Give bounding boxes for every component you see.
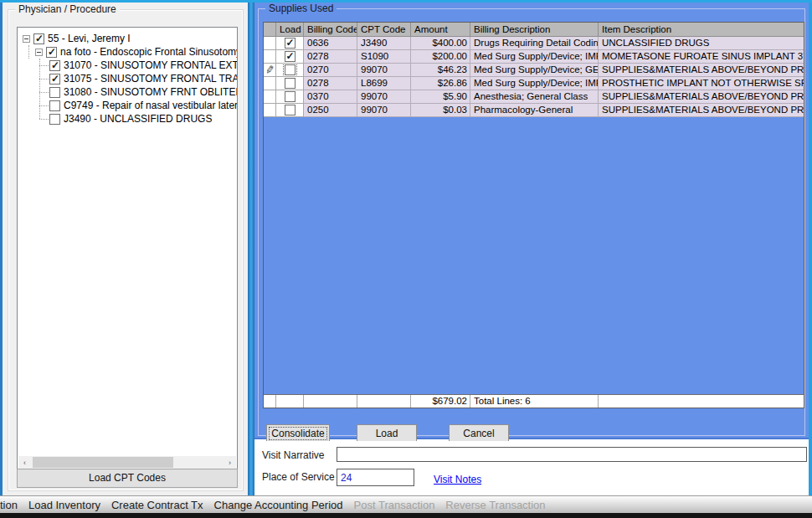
tree-item-label: 31070 - SINUSOTOMY FRONTAL EXTERN	[64, 59, 237, 71]
amount-cell[interactable]: $5.90	[411, 90, 470, 104]
visit-narrative-input[interactable]	[337, 447, 807, 462]
toolbar-item-load-inventory[interactable]: Load Inventory	[28, 499, 100, 511]
table-row[interactable]: 0636J3490$400.00Drugs Requiring Detail C…	[264, 37, 804, 50]
amount-cell[interactable]: $200.00	[411, 50, 470, 64]
tree-horizontal-scrollbar[interactable]: ‹ ›	[18, 456, 236, 469]
tree-item-cpt-4[interactable]: J3490 - UNCLASSIFIED DRUGS	[49, 112, 237, 126]
tree-item-cpt-1[interactable]: 31075 - SINUSOTOMY FRONTAL TRANSO	[49, 72, 237, 85]
billing-description-cell[interactable]: Med Surg Supply/Device; GEN	[470, 64, 599, 77]
grid-header-cpt-code[interactable]: CPT Code	[357, 23, 411, 37]
cpt-code-cell[interactable]: 99070	[357, 64, 411, 77]
scroll-left-icon[interactable]: ‹	[18, 456, 31, 469]
billing-description-cell[interactable]: Pharmacology-General	[470, 104, 599, 117]
tree-checkbox[interactable]	[33, 33, 44, 44]
tree-item-procedure[interactable]: na foto - Endoscopic Frontal Sinusotomy	[35, 45, 237, 59]
scroll-right-icon[interactable]: ›	[224, 456, 236, 469]
load-button[interactable]: Load	[357, 424, 417, 443]
billing-description-cell[interactable]: Anesthesia; General Class	[470, 90, 599, 104]
supplies-grid[interactable]: LoadBilling CodeCPT CodeAmountBilling De…	[263, 22, 804, 408]
amount-cell[interactable]: $0.03	[411, 104, 470, 117]
panel-divider	[248, 3, 254, 495]
tree-checkbox[interactable]	[49, 100, 60, 111]
row-selector-cell[interactable]	[264, 50, 276, 64]
load-checkbox[interactable]	[285, 64, 296, 75]
row-selector-cell[interactable]	[264, 37, 276, 50]
load-checkbox[interactable]	[285, 105, 296, 115]
item-description-cell[interactable]: UNCLASSIFIED DRUGS	[599, 37, 804, 50]
grid-header-billing-code[interactable]: Billing Code	[304, 23, 357, 37]
consolidate-button[interactable]: Consolidate	[266, 424, 330, 443]
load-checkbox[interactable]	[285, 78, 296, 89]
table-row[interactable]: 037099070$5.90Anesthesia; General ClassS…	[264, 90, 804, 104]
toolbar-item-create-contract-tx[interactable]: Create Contract Tx	[111, 499, 203, 511]
load-checkbox[interactable]	[285, 51, 296, 62]
tree-item-cpt-2[interactable]: 31080 - SINUSOTOMY FRNT OBLITERATI'	[49, 85, 237, 99]
grid-header-billing-description[interactable]: Billing Description	[470, 23, 599, 37]
billing-description-cell[interactable]: Drugs Requiring Detail Coding	[470, 37, 599, 50]
load-checkbox-cell[interactable]	[276, 77, 304, 90]
table-row[interactable]: 0278S1090$200.00Med Surg Supply/Device; …	[264, 50, 804, 64]
tree-checkbox[interactable]	[49, 74, 60, 85]
row-selector-cell[interactable]	[264, 77, 276, 90]
amount-cell[interactable]: $400.00	[411, 37, 470, 50]
table-row[interactable]: ✎027099070$46.23Med Surg Supply/Device; …	[264, 64, 804, 77]
tree-checkbox[interactable]	[46, 47, 57, 58]
load-checkbox-cell[interactable]	[276, 90, 304, 104]
load-checkbox-cell[interactable]	[276, 37, 304, 50]
tree-expander-icon[interactable]	[35, 49, 43, 56]
grid-header-item-description[interactable]: Item Description	[599, 23, 804, 37]
place-of-service-label: Place of Service	[262, 471, 335, 483]
tree-item-physician[interactable]: 55 - Levi, Jeremy I	[23, 32, 237, 45]
billing-description-cell[interactable]: Med Surg Supply/Device; IMP	[470, 50, 599, 64]
load-checkbox-cell[interactable]	[276, 50, 304, 64]
tree-connector-line	[39, 119, 49, 120]
grid-header-amount[interactable]: Amount	[411, 23, 470, 37]
billing-code-cell[interactable]: 0278	[304, 77, 357, 90]
toolbar-item-change-accounting-period[interactable]: Change Accounting Period	[214, 499, 343, 511]
procedure-tree[interactable]: 55 - Levi, Jeremy Ina foto - Endoscopic …	[17, 27, 238, 470]
cpt-code-cell[interactable]: S1090	[357, 50, 411, 64]
row-selector-cell[interactable]	[264, 104, 276, 117]
billing-code-cell[interactable]: 0270	[304, 64, 357, 77]
cpt-code-cell[interactable]: 99070	[357, 104, 411, 117]
billing-code-cell[interactable]: 0278	[304, 50, 357, 64]
scrollbar-thumb[interactable]	[33, 457, 173, 468]
load-checkbox-cell[interactable]	[276, 104, 304, 117]
billing-code-cell[interactable]: 0370	[304, 90, 357, 104]
tree-item-cpt-0[interactable]: 31070 - SINUSOTOMY FRONTAL EXTERN	[49, 59, 237, 72]
billing-code-cell[interactable]: 0636	[304, 37, 357, 50]
visit-notes-link[interactable]: Visit Notes	[434, 474, 481, 485]
tree-checkbox[interactable]	[49, 114, 60, 125]
tree-checkbox[interactable]	[49, 87, 60, 98]
item-description-cell[interactable]: SUPPLIES&MATERIALS ABOVE/BEYOND PROV	[599, 64, 804, 77]
physician-procedure-groupbox: Physician / Procedure 55 - Levi, Jeremy …	[8, 9, 244, 491]
table-row[interactable]: 025099070$0.03Pharmacology-GeneralSUPPLI…	[264, 104, 804, 117]
row-selector-cell[interactable]	[264, 90, 276, 104]
cpt-code-cell[interactable]: L8699	[357, 77, 411, 90]
amount-cell[interactable]: $26.86	[411, 77, 470, 90]
tree-expander-icon[interactable]	[23, 35, 30, 43]
item-description-cell[interactable]: PROSTHETIC IMPLANT NOT OTHERWISE SPEC	[599, 77, 804, 90]
load-checkbox[interactable]	[285, 91, 296, 102]
billing-code-cell[interactable]: 0250	[304, 104, 357, 117]
amount-cell[interactable]: $46.23	[411, 64, 470, 77]
item-description-cell[interactable]: SUPPLIES&MATERIALS ABOVE/BEYOND PROV	[599, 104, 804, 117]
cpt-code-cell[interactable]: 99070	[357, 90, 411, 104]
total-empty-cell	[276, 395, 304, 408]
toolbar-item-tion[interactable]: tion	[0, 499, 18, 511]
item-description-cell[interactable]: SUPPLIES&MATERIALS ABOVE/BEYOND PROV	[599, 90, 804, 104]
cpt-code-cell[interactable]: J3490	[357, 37, 411, 50]
table-row[interactable]: 0278L8699$26.86Med Surg Supply/Device; I…	[264, 77, 804, 90]
tree-checkbox[interactable]	[49, 60, 60, 71]
tree-item-cpt-3[interactable]: C9749 - Repair of nasal vestibular later…	[49, 99, 237, 112]
cancel-button[interactable]: Cancel	[449, 424, 509, 443]
tree-item-label: J3490 - UNCLASSIFIED DRUGS	[64, 113, 212, 125]
billing-description-cell[interactable]: Med Surg Supply/Device; IMP	[470, 77, 599, 90]
row-selector-cell[interactable]: ✎	[264, 64, 276, 77]
load-cpt-codes-button[interactable]: Load CPT Codes	[17, 469, 238, 488]
load-checkbox-cell[interactable]	[276, 64, 304, 77]
load-checkbox[interactable]	[285, 38, 296, 49]
item-description-cell[interactable]: MOMETASONE FUROATE SINUS IMPLANT 370	[599, 50, 804, 64]
place-of-service-input[interactable]	[337, 469, 414, 486]
grid-header-load[interactable]: Load	[276, 23, 304, 37]
